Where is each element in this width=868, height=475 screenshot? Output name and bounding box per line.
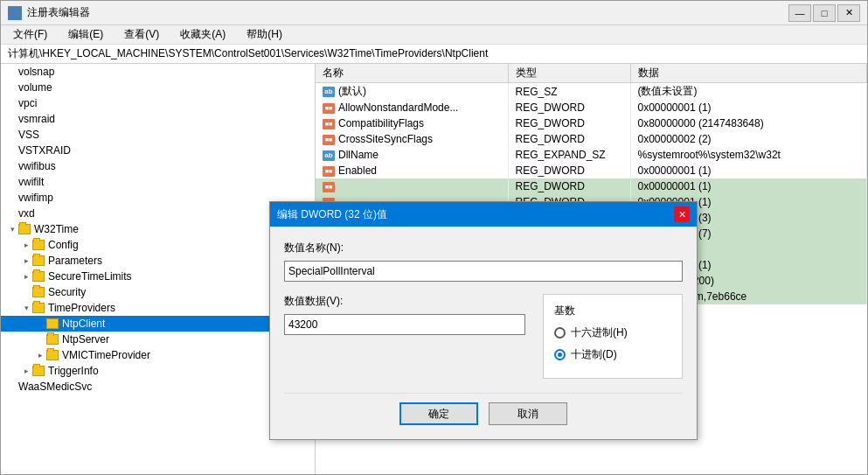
value-section: 数值数据(V): <box>284 294 525 335</box>
dialog-title: 编辑 DWORD (32 位)值 <box>277 207 387 222</box>
dialog-buttons: 确定 取消 <box>284 393 683 425</box>
base-section: 基数 十六进制(H) 十进制(D) <box>543 294 683 379</box>
dialog-body: 数值名称(N): 数值数据(V): 基数 十六进制(H) 十进制(D) <box>270 227 697 439</box>
radio-dec-circle <box>554 349 566 360</box>
cancel-button[interactable]: 取消 <box>489 402 567 425</box>
ok-button[interactable]: 确定 <box>399 402 478 425</box>
value-input[interactable] <box>284 314 525 335</box>
radio-hex-circle <box>554 327 566 339</box>
dialog-title-bar: 编辑 DWORD (32 位)值 ✕ <box>270 202 697 227</box>
dialog-close-button[interactable]: ✕ <box>674 206 690 222</box>
radio-dec[interactable]: 十进制(D) <box>554 347 671 362</box>
radio-hex-label: 十六进制(H) <box>571 325 628 340</box>
value-base-row: 数值数据(V): 基数 十六进制(H) 十进制(D) <box>284 294 683 379</box>
name-input[interactable] <box>284 261 683 282</box>
dialog-overlay: 编辑 DWORD (32 位)值 ✕ 数值名称(N): 数值数据(V): 基数 … <box>0 0 868 475</box>
name-label: 数值名称(N): <box>284 241 683 255</box>
base-title: 基数 <box>554 304 671 318</box>
radio-dec-label: 十进制(D) <box>571 347 617 362</box>
radio-hex[interactable]: 十六进制(H) <box>554 325 671 340</box>
edit-dword-dialog: 编辑 DWORD (32 位)值 ✕ 数值名称(N): 数值数据(V): 基数 … <box>269 201 698 440</box>
value-label: 数值数据(V): <box>284 294 525 309</box>
